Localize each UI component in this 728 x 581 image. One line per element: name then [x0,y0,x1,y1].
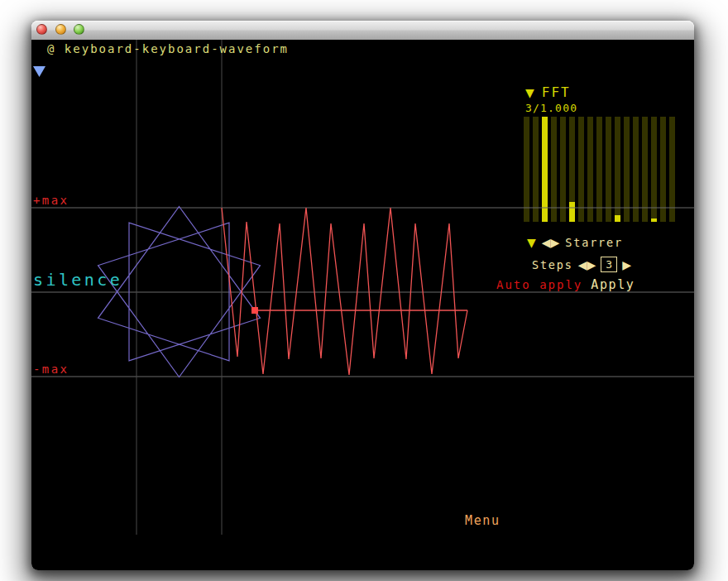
steps-control: Steps ◀ ▶ 3 ▶ [532,257,631,272]
close-button[interactable] [36,24,47,35]
fft-bin-slot [578,117,584,222]
steps-increment-icon[interactable]: ▶ [587,259,596,271]
fft-bin-slot [615,117,620,222]
minimize-button[interactable] [55,24,66,35]
axis-label-plus-max: +max [33,194,69,207]
starrer-title: Starrer [565,236,623,249]
fft-bin-slot [533,117,539,222]
fft-bin-slot [606,117,611,222]
fft-bin-value [615,215,620,222]
waveform-canvas[interactable] [31,40,694,570]
axis-label-minus-max: -max [33,363,69,376]
steps-apply-icon[interactable]: ▶ [622,259,631,271]
steps-decrement-icon[interactable]: ◀ [578,259,587,271]
steps-label: Steps [532,258,573,271]
starrer-collapse-icon[interactable]: ▼ [527,237,536,248]
waveform-path [222,208,467,375]
fft-bin-value [542,117,548,222]
fft-bin-slot [560,117,566,222]
starrer-prev-icon[interactable]: ◀ [542,237,551,248]
selection-handle[interactable] [251,307,258,314]
editor-content: @ keyboard-keyboard-waveform +max silenc… [31,40,694,570]
apply-controls: Auto apply Apply [496,277,635,292]
fft-bin-slot [624,117,630,222]
fft-collapse-icon[interactable]: ▼ [525,87,534,98]
axis-label-silence: silence [33,271,122,288]
auto-apply-toggle[interactable]: Auto apply [496,278,582,291]
fft-bin-slot [651,117,657,222]
menu-button[interactable]: Menu [465,514,500,527]
fft-bin-value [651,218,657,222]
steps-value-field[interactable]: 3 [601,257,617,272]
position-marker-icon[interactable] [33,66,46,77]
fft-bin-slot [551,117,557,222]
fft-bin-value [569,202,575,222]
zoom-button[interactable] [74,24,84,35]
fft-title: FFT [542,84,571,100]
fft-header: ▼ FFT [525,84,571,100]
window-title: @ keyboard-keyboard-waveform [47,42,289,55]
starrer-header: ▼ ◀ ▶ Starrer [527,236,623,249]
starrer-next-icon[interactable]: ▶ [551,237,560,248]
fft-bin-slot [587,117,593,222]
fft-bin-slot [596,117,602,222]
fft-bin-slot [642,117,648,222]
app-window: @ keyboard-keyboard-waveform +max silenc… [31,21,694,570]
fft-bin-slot [660,117,666,222]
title-bar[interactable] [31,21,694,41]
fft-bin-slot [524,117,529,222]
fft-bin-slot [633,117,639,222]
fft-bin-slot [669,117,675,222]
apply-button[interactable]: Apply [591,277,635,292]
fft-readout: 3/1.000 [525,102,577,115]
